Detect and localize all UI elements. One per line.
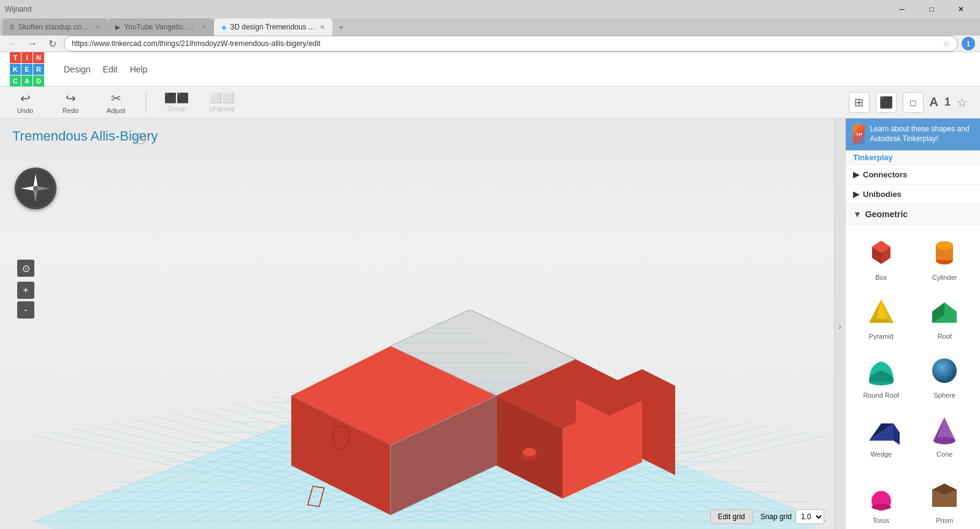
box-shape-label: Box <box>875 274 887 281</box>
logo-r: R <box>33 64 44 75</box>
maximize-button[interactable]: □ <box>917 0 946 18</box>
unibodies-section-header[interactable]: ▶ Unibodies <box>846 185 980 204</box>
shape-cone[interactable]: Cone <box>914 406 976 463</box>
svg-point-95 <box>936 241 953 250</box>
minimize-button[interactable]: ─ <box>888 0 916 18</box>
pyramid-shape-label: Pyramid <box>869 333 894 340</box>
tinkerplay-label[interactable]: Tinkerplay <box>846 150 980 165</box>
svg-marker-108 <box>894 423 900 445</box>
snap-grid-select[interactable]: 1.0 0.5 0.1 <box>795 509 824 524</box>
sphere-shape-label: Sphere <box>934 392 955 399</box>
shape-extra-1[interactable]: Torus <box>851 473 912 529</box>
ungroup-icon: ⬜⬜ <box>210 92 234 104</box>
toolbar-separator-1 <box>146 91 147 114</box>
snap-grid-row: Snap grid 1.0 0.5 0.1 <box>760 509 824 524</box>
browser-toolbar-right: 1 <box>962 37 975 50</box>
shape-wedge[interactable]: Wedge <box>851 406 912 463</box>
logo-d: D <box>33 75 44 87</box>
connectors-section-header[interactable]: ▶ Connectors <box>846 165 980 185</box>
new-tab-button[interactable]: + <box>332 18 350 36</box>
shape-sphere[interactable]: Sphere <box>914 347 976 404</box>
logo-n: N <box>33 52 44 63</box>
tab-label: YouTube Vangelis: conquest of... <box>124 23 197 31</box>
shape-extra-2[interactable]: Prism <box>914 473 976 529</box>
adjust-label: Adjust <box>107 107 126 114</box>
box-shape-icon <box>863 234 900 271</box>
cone-shape-icon <box>926 411 963 448</box>
undo-icon: ↩ <box>20 91 31 106</box>
edit-nav-link[interactable]: Edit <box>103 64 118 74</box>
forward-button[interactable]: → <box>25 36 40 52</box>
tinkercad-logo[interactable]: T I N K E R C A D <box>10 52 44 87</box>
logo-k: K <box>10 64 21 75</box>
box-view-button[interactable]: ⬛ <box>876 92 897 113</box>
refresh-button[interactable]: ↻ <box>44 36 60 52</box>
close-button[interactable]: ✕ <box>947 0 975 18</box>
tab-1[interactable]: S Skoften standup comedy... ✕ <box>2 18 108 36</box>
tab-favicon: ◈ <box>221 23 226 31</box>
browser-window: Wijnand ─ □ ✕ S Skoften standup comedy..… <box>0 0 980 529</box>
redo-button[interactable]: ↪ Redo <box>55 91 86 114</box>
shape-pyramid[interactable]: Pyramid <box>851 288 912 345</box>
grid-view-button[interactable]: ⊞ <box>849 92 870 113</box>
number-tool-button[interactable]: 1 <box>944 96 951 109</box>
redo-label: Redo <box>63 107 78 114</box>
shape-roof[interactable]: Roof <box>914 288 976 345</box>
app-body: T I N K E R C A D Design Edit Help ↩ Und… <box>0 52 980 529</box>
roof-shape-icon <box>926 293 963 330</box>
shape-box[interactable]: Box <box>851 230 912 286</box>
help-nav-link[interactable]: Help <box>130 64 148 74</box>
wireframe-button[interactable]: ◻ <box>903 92 924 113</box>
shapes-grid: Box Cylinder <box>846 225 980 468</box>
tab-favicon: ▶ <box>115 23 120 31</box>
address-bar[interactable]: https://www.tinkercad.com/things/21Ihmsd… <box>64 36 958 52</box>
favorite-button[interactable]: ☆ <box>957 95 968 110</box>
bookmark-star-icon[interactable]: ☆ <box>943 39 950 48</box>
viewport-bottom: Edit grid Snap grid 1.0 0.5 0.1 <box>710 509 824 524</box>
titlebar: Wijnand ─ □ ✕ <box>0 0 980 18</box>
tinkerplay-header[interactable]: TP Learn about these shapes and Autodesk… <box>846 118 980 150</box>
geometric-label: Geometric <box>865 209 908 219</box>
viewport[interactable]: Tremendous Allis-Bigery ? <box>0 118 834 529</box>
shape-round-roof[interactable]: Round Roof <box>851 347 912 404</box>
tinkerplay-logo: TP <box>853 125 865 144</box>
editor-toolbar: ↩ Undo ↪ Redo ✂ Adjust ⬛⬛ Group ⬜⬜ Ungro… <box>0 87 980 118</box>
tab-close-2[interactable]: ✕ <box>201 23 207 31</box>
user-profile-button[interactable]: 1 <box>962 37 975 50</box>
ungroup-button[interactable]: ⬜⬜ Ungroup <box>207 92 237 112</box>
tab-close-1[interactable]: ✕ <box>95 23 101 31</box>
sphere-shape-icon <box>926 352 963 389</box>
design-nav-link[interactable]: Design <box>64 64 91 74</box>
round-roof-shape-icon <box>863 352 900 389</box>
logo-t: T <box>10 52 21 63</box>
group-button[interactable]: ⬛⬛ Group <box>161 92 192 112</box>
svg-point-83 <box>523 448 537 456</box>
panel-collapse-handle[interactable]: › <box>834 118 845 529</box>
tab-label: 3D design Tremendous A... <box>230 23 316 31</box>
tab-3[interactable]: ◈ 3D design Tremendous A... ✕ <box>214 18 332 36</box>
tinkerplay-desc: Learn about these shapes and Autodesk Ti… <box>870 125 973 144</box>
tab-label: Skoften standup comedy... <box>18 23 91 31</box>
geometric-arrow-icon: ▼ <box>853 209 862 219</box>
svg-point-113 <box>871 504 891 510</box>
wedge-shape-label: Wedge <box>870 450 892 458</box>
extra-shape-1-icon <box>863 477 900 514</box>
undo-button[interactable]: ↩ Undo <box>10 91 40 114</box>
connectors-arrow-icon: ▶ <box>853 170 859 179</box>
adjust-button[interactable]: ✂ Adjust <box>101 91 131 114</box>
redo-icon: ↪ <box>66 91 76 106</box>
snap-grid-label: Snap grid <box>760 512 792 521</box>
editor-main: Tremendous Allis-Bigery ? <box>0 118 980 529</box>
group-icon: ⬛⬛ <box>164 92 189 104</box>
ungroup-label: Ungroup <box>209 105 235 112</box>
tab-close-3[interactable]: ✕ <box>320 23 325 31</box>
back-button[interactable]: ← <box>5 36 21 52</box>
logo-i: I <box>21 52 33 63</box>
connectors-label: Connectors <box>863 170 907 179</box>
tab-2[interactable]: ▶ YouTube Vangelis: conquest of... ✕ <box>108 18 214 36</box>
tab-favicon: S <box>10 23 14 31</box>
logo-c: C <box>10 75 21 87</box>
edit-grid-button[interactable]: Edit grid <box>710 509 753 524</box>
shape-cylinder[interactable]: Cylinder <box>914 230 976 286</box>
text-tool-button[interactable]: A <box>930 95 938 109</box>
